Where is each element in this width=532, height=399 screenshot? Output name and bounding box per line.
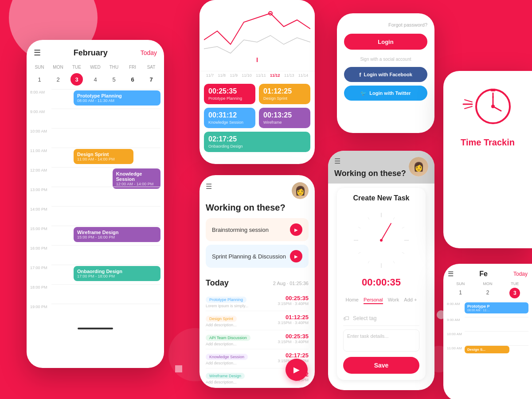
time-label-13pm: 13:00 PM (30, 187, 51, 192)
cal-date-4[interactable]: 4 (89, 73, 102, 86)
chart-date-6[interactable]: 11/12 (270, 73, 280, 78)
time-block-onboarding[interactable]: 02:17:25 Onbaording Design (204, 132, 310, 152)
day-thu: THU (105, 63, 123, 71)
hamburger-icon[interactable]: ☰ (334, 157, 340, 165)
chart-date-4[interactable]: 11/10 (242, 73, 252, 78)
today-item-1[interactable]: Prototype Planning Lorem Ipsum is simply… (206, 292, 309, 311)
time-mini-11am: 11:00 AM (447, 345, 465, 350)
select-tag-label[interactable]: Select tag (353, 315, 376, 321)
event-design-sprint[interactable]: Design Sprint 11:00 AM - 14:00 PM (74, 149, 133, 164)
chart-area (200, 0, 315, 71)
timer-value: 00:00 (362, 277, 387, 288)
day-sat: SAT (142, 63, 160, 71)
calendar-month-title: February (74, 48, 108, 58)
tab-personal[interactable]: Personal (364, 297, 383, 304)
today-btn-mini[interactable]: Today (513, 271, 528, 277)
calendar-dates: 1 2 3 4 5 6 7 (27, 73, 164, 89)
svg-line-13 (358, 252, 360, 254)
tag-input-row: 🏷 Select tag (343, 311, 419, 326)
svg-line-10 (393, 261, 395, 263)
calendar-days-header: SUN MON TUE WED THU FRI SAT (27, 61, 164, 73)
event-mini-prototype[interactable]: Prototype P 08:00 AM · 11:... (465, 302, 528, 313)
event-knowledge-session[interactable]: Knowledge Session 12:00 AM - 14:00 PM (113, 168, 160, 189)
time-row-18pm: 18:00 PM (30, 284, 160, 304)
play-button[interactable]: ▶ (290, 223, 302, 236)
today-tag: Wireframe Design (206, 373, 245, 379)
time-row-11am: 11:00 AM Design Sprint 11:00 AM - 14:00 … (30, 148, 160, 167)
today-label: Today (206, 278, 229, 288)
chart-date-1[interactable]: 11/7 (206, 73, 214, 78)
twitter-login-button[interactable]: 🐦 Login with Twitter (344, 86, 427, 101)
task-card-brainstorming[interactable]: Brainstorming session ▶ (206, 218, 309, 241)
event-mini-design[interactable]: Design S... (465, 346, 509, 353)
tab-add[interactable]: Add + (404, 297, 417, 304)
chart-date-5[interactable]: 11/11 (256, 73, 266, 78)
time-block-design[interactable]: 01:12:25 Design Sprint (259, 84, 310, 104)
time-label-18pm: 18:00 PM (30, 284, 51, 289)
task-details-input[interactable]: Enter task details... (343, 329, 419, 352)
cal-date-mini-1[interactable]: 1 (447, 288, 474, 298)
cal-date-1[interactable]: 1 (33, 73, 46, 86)
hamburger-icon[interactable]: ☰ (206, 182, 212, 191)
user-avatar (292, 182, 309, 199)
cal-date-3[interactable]: 3 (70, 73, 83, 86)
svg-line-16 (368, 217, 369, 219)
time-block-knowledge[interactable]: 00:31:12 Knowledge Session (204, 108, 255, 128)
phone-login: Forgot password? Login Sign with a socia… (337, 13, 434, 133)
time-row-10am: 10:00 AM (30, 128, 160, 148)
facebook-icon: f (359, 71, 361, 78)
time-block-value: 00:13:25 (263, 111, 306, 119)
time-label-16pm: 16:00 PM (30, 245, 51, 250)
today-time-val: 00:25:35 (278, 295, 309, 301)
login-divider: Sign with a social account (344, 57, 427, 62)
login-button[interactable]: Login (344, 34, 427, 50)
today-desc: Add description... (206, 342, 273, 346)
cal-date-2[interactable]: 2 (52, 73, 64, 86)
today-header: Today 2 Aug · 01:25:36 (206, 278, 309, 288)
cal-date-5[interactable]: 5 (108, 73, 120, 86)
tag-icon: 🏷 (343, 315, 349, 322)
forgot-password-link[interactable]: Forgot password? (344, 22, 427, 27)
today-item-3[interactable]: API Team Discussion Add description... 0… (206, 330, 309, 349)
today-date: 2 Aug · 01:25:36 (273, 281, 309, 286)
svg-line-6 (393, 217, 395, 219)
cal-date-mini-2[interactable]: 2 (474, 288, 501, 298)
play-button[interactable]: ▶ (290, 250, 302, 262)
time-block-value: 00:25:35 (208, 87, 251, 95)
today-tag: API Team Discussion (206, 335, 250, 341)
big-play-button[interactable]: ▶ (286, 359, 308, 381)
svg-point-18 (380, 239, 383, 242)
phone-create-task: ☰ Working on these? Create New Task (328, 151, 434, 390)
chart-date-8[interactable]: 11/14 (298, 73, 309, 78)
cal-date-6[interactable]: 6 (126, 73, 139, 86)
home-indicator (78, 328, 113, 329)
time-block-wireframe[interactable]: 00:13:25 Wireframe (259, 108, 310, 128)
today-desc: Add description... (206, 380, 290, 384)
hamburger-icon[interactable]: ☰ (34, 48, 41, 58)
phone-calendar: ☰ February Today SUN MON TUE WED THU FRI… (27, 40, 164, 368)
time-block-value: 02:17:25 (208, 135, 306, 143)
save-button[interactable]: Save (343, 357, 419, 374)
cal-date-7[interactable]: 7 (145, 73, 157, 86)
hamburger-icon[interactable]: ☰ (448, 270, 454, 278)
task-working-title: Working on these? (334, 169, 406, 178)
time-label-19pm: 19:00 PM (30, 304, 51, 309)
event-prototype-planning[interactable]: Prototype Planning 08:00 AM - 11:30 AM (74, 90, 160, 106)
today-tag: Prototype Planning (206, 297, 246, 303)
today-item-2[interactable]: Design Sprint Add description... 01:12:2… (206, 311, 309, 330)
event-onboarding[interactable]: Onbaording Design 17:00 PM - 18:00 PM (74, 266, 160, 281)
chart-date-3[interactable]: 11/9 (230, 73, 238, 78)
day-mon-mini: MON (474, 282, 501, 286)
time-tracking-label: Time Trackin (461, 137, 515, 148)
chart-date-7[interactable]: 11/13 (284, 73, 294, 78)
cal-date-mini-3-active[interactable]: 3 (509, 288, 520, 298)
tab-home[interactable]: Home (346, 297, 359, 304)
tab-work[interactable]: Work (388, 297, 399, 304)
today-tag: Knowledge Session (206, 354, 248, 360)
facebook-login-button[interactable]: f Login with Facebook (344, 67, 427, 82)
task-card-sprint[interactable]: Sprint Planning & Discussion ▶ (206, 245, 309, 268)
chart-date-2[interactable]: 11/8 (218, 73, 226, 78)
time-block-prototype[interactable]: 00:25:35 Prototype Planning (204, 84, 255, 104)
today-button[interactable]: Today (141, 49, 157, 56)
event-wireframe[interactable]: Wireframe Design 15:00 PM - 16:00 PM (74, 227, 160, 242)
